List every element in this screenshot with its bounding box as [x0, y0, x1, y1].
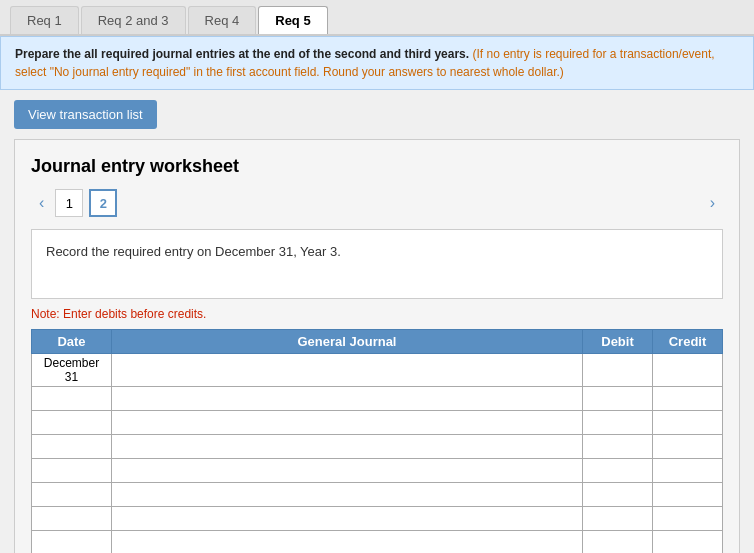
table-row[interactable] — [653, 531, 723, 554]
description-box: Record the required entry on December 31… — [31, 229, 723, 299]
table-row[interactable] — [653, 459, 723, 483]
table-row[interactable] — [112, 507, 583, 531]
general-journal-input[interactable] — [112, 411, 582, 434]
credit-input[interactable] — [653, 507, 722, 530]
table-row[interactable] — [583, 459, 653, 483]
table-row[interactable] — [653, 435, 723, 459]
table-row[interactable] — [653, 387, 723, 411]
debit-input[interactable] — [583, 354, 652, 386]
table-row — [32, 387, 112, 411]
next-page-arrow[interactable]: › — [702, 192, 723, 214]
general-journal-input[interactable] — [112, 507, 582, 530]
table-row[interactable] — [112, 459, 583, 483]
page-1[interactable]: 1 — [55, 189, 83, 217]
table-row[interactable] — [112, 354, 583, 387]
table-row — [32, 459, 112, 483]
table-row[interactable] — [112, 531, 583, 554]
debit-input[interactable] — [583, 411, 652, 434]
col-credit: Credit — [653, 330, 723, 354]
debit-input[interactable] — [583, 507, 652, 530]
general-journal-input[interactable] — [112, 483, 582, 506]
main-area: Journal entry worksheet ‹ 1 2 › Record t… — [14, 139, 740, 553]
debit-input[interactable] — [583, 531, 652, 553]
table-row[interactable] — [583, 435, 653, 459]
credit-input[interactable] — [653, 531, 722, 553]
table-row[interactable] — [112, 411, 583, 435]
general-journal-input[interactable] — [112, 531, 582, 553]
general-journal-input[interactable] — [112, 354, 582, 386]
table-row[interactable] — [653, 507, 723, 531]
table-row — [32, 483, 112, 507]
general-journal-input[interactable] — [112, 387, 582, 410]
table-row[interactable] — [583, 354, 653, 387]
note-text: Note: Enter debits before credits. — [31, 307, 723, 321]
table-row[interactable] — [583, 411, 653, 435]
credit-input[interactable] — [653, 459, 722, 482]
page-2[interactable]: 2 — [89, 189, 117, 217]
table-row[interactable] — [112, 435, 583, 459]
pagination: ‹ 1 2 › — [31, 189, 723, 217]
credit-input[interactable] — [653, 354, 722, 386]
table-row — [32, 531, 112, 554]
tab-req4[interactable]: Req 4 — [188, 6, 257, 34]
table-row[interactable] — [583, 483, 653, 507]
tab-req5[interactable]: Req 5 — [258, 6, 327, 34]
table-row[interactable] — [583, 387, 653, 411]
tab-req2and3[interactable]: Req 2 and 3 — [81, 6, 186, 34]
journal-table: Date General Journal Debit Credit Decemb… — [31, 329, 723, 553]
general-journal-input[interactable] — [112, 435, 582, 458]
debit-input[interactable] — [583, 483, 652, 506]
col-date: Date — [32, 330, 112, 354]
table-row — [32, 411, 112, 435]
credit-input[interactable] — [653, 483, 722, 506]
view-transaction-button[interactable]: View transaction list — [14, 100, 157, 129]
table-row[interactable] — [653, 483, 723, 507]
worksheet-title: Journal entry worksheet — [31, 156, 723, 177]
table-row: December 31 — [32, 354, 112, 387]
table-row — [32, 435, 112, 459]
table-row[interactable] — [112, 483, 583, 507]
credit-input[interactable] — [653, 435, 722, 458]
debit-input[interactable] — [583, 435, 652, 458]
instruction-bold: Prepare the all required journal entries… — [15, 47, 469, 61]
table-row[interactable] — [112, 387, 583, 411]
credit-input[interactable] — [653, 411, 722, 434]
general-journal-input[interactable] — [112, 459, 582, 482]
debit-input[interactable] — [583, 459, 652, 482]
table-row[interactable] — [653, 354, 723, 387]
table-row[interactable] — [583, 531, 653, 554]
instruction-bar: Prepare the all required journal entries… — [0, 36, 754, 90]
table-row — [32, 507, 112, 531]
credit-input[interactable] — [653, 387, 722, 410]
table-row[interactable] — [583, 507, 653, 531]
tab-req1[interactable]: Req 1 — [10, 6, 79, 34]
debit-input[interactable] — [583, 387, 652, 410]
tabs-bar: Req 1 Req 2 and 3 Req 4 Req 5 — [0, 0, 754, 36]
prev-page-arrow[interactable]: ‹ — [31, 192, 52, 214]
col-general-journal: General Journal — [112, 330, 583, 354]
col-debit: Debit — [583, 330, 653, 354]
table-row[interactable] — [653, 411, 723, 435]
